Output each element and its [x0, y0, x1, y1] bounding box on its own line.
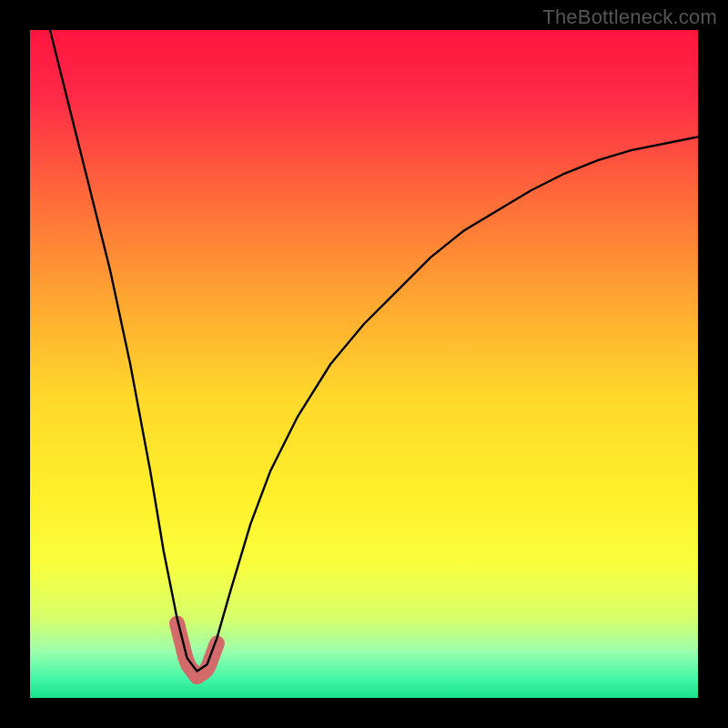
chart-svg	[0, 0, 728, 728]
watermark-text: TheBottleneck.com	[542, 5, 717, 29]
chart-frame: TheBottleneck.com	[0, 0, 728, 728]
